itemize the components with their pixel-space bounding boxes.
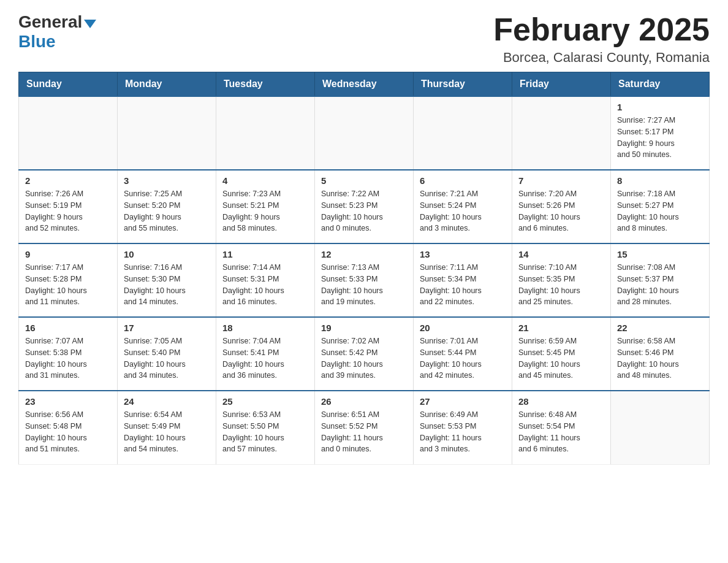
calendar-cell: [315, 96, 414, 170]
day-info: Sunrise: 7:08 AMSunset: 5:37 PMDaylight:…: [617, 262, 703, 308]
calendar-cell: 27Sunrise: 6:49 AMSunset: 5:53 PMDayligh…: [414, 391, 512, 464]
calendar-week-row: 9Sunrise: 7:17 AMSunset: 5:28 PMDaylight…: [19, 243, 710, 317]
calendar-cell: 2Sunrise: 7:26 AMSunset: 5:19 PMDaylight…: [19, 170, 118, 243]
day-info: Sunrise: 7:20 AMSunset: 5:26 PMDaylight:…: [518, 188, 604, 234]
day-number: 5: [321, 175, 407, 186]
calendar-cell: [216, 96, 315, 170]
calendar-week-row: 2Sunrise: 7:26 AMSunset: 5:19 PMDaylight…: [19, 170, 710, 243]
logo-general-text: General: [18, 12, 82, 32]
calendar-header-row: SundayMondayTuesdayWednesdayThursdayFrid…: [19, 72, 710, 97]
calendar-cell: [611, 391, 710, 464]
calendar-cell: 9Sunrise: 7:17 AMSunset: 5:28 PMDaylight…: [19, 243, 118, 317]
day-number: 26: [321, 396, 407, 407]
day-info: Sunrise: 7:23 AMSunset: 5:21 PMDaylight:…: [222, 188, 308, 234]
day-info: Sunrise: 7:27 AMSunset: 5:17 PMDaylight:…: [617, 115, 703, 161]
calendar-cell: 10Sunrise: 7:16 AMSunset: 5:30 PMDayligh…: [118, 243, 216, 317]
calendar-cell: 13Sunrise: 7:11 AMSunset: 5:34 PMDayligh…: [414, 243, 512, 317]
logo-triangle-icon: [84, 20, 96, 28]
calendar-week-row: 23Sunrise: 6:56 AMSunset: 5:48 PMDayligh…: [19, 391, 710, 464]
day-number: 7: [518, 175, 604, 186]
day-number: 3: [124, 175, 210, 186]
day-info: Sunrise: 6:49 AMSunset: 5:53 PMDaylight:…: [420, 409, 506, 455]
day-info: Sunrise: 7:04 AMSunset: 5:41 PMDaylight:…: [222, 335, 308, 381]
day-number: 1: [617, 102, 703, 112]
calendar-cell: 25Sunrise: 6:53 AMSunset: 5:50 PMDayligh…: [216, 391, 315, 464]
day-info: Sunrise: 6:54 AMSunset: 5:49 PMDaylight:…: [124, 409, 210, 455]
day-number: 14: [518, 249, 604, 259]
calendar-title: February 2025: [493, 12, 710, 47]
calendar-cell: 24Sunrise: 6:54 AMSunset: 5:49 PMDayligh…: [118, 391, 216, 464]
day-info: Sunrise: 7:10 AMSunset: 5:35 PMDaylight:…: [518, 262, 604, 308]
calendar-cell: 16Sunrise: 7:07 AMSunset: 5:38 PMDayligh…: [19, 317, 118, 391]
weekday-header-saturday: Saturday: [611, 72, 710, 97]
calendar-cell: 20Sunrise: 7:01 AMSunset: 5:44 PMDayligh…: [414, 317, 512, 391]
calendar-cell: 22Sunrise: 6:58 AMSunset: 5:46 PMDayligh…: [611, 317, 710, 391]
weekday-header-monday: Monday: [118, 72, 216, 97]
day-number: 25: [222, 396, 308, 407]
day-info: Sunrise: 7:07 AMSunset: 5:38 PMDaylight:…: [25, 335, 111, 381]
calendar-cell: 4Sunrise: 7:23 AMSunset: 5:21 PMDaylight…: [216, 170, 315, 243]
weekday-header-friday: Friday: [512, 72, 611, 97]
day-number: 10: [124, 249, 210, 259]
logo: General Blue: [18, 12, 96, 52]
day-info: Sunrise: 7:11 AMSunset: 5:34 PMDaylight:…: [420, 262, 506, 308]
day-number: 28: [518, 396, 604, 407]
calendar-title-block: February 2025 Borcea, Calarasi County, R…: [493, 12, 710, 66]
weekday-header-wednesday: Wednesday: [315, 72, 414, 97]
calendar-cell: 19Sunrise: 7:02 AMSunset: 5:42 PMDayligh…: [315, 317, 414, 391]
day-info: Sunrise: 6:53 AMSunset: 5:50 PMDaylight:…: [222, 409, 308, 455]
calendar-cell: 23Sunrise: 6:56 AMSunset: 5:48 PMDayligh…: [19, 391, 118, 464]
day-number: 9: [25, 249, 111, 259]
day-number: 20: [420, 323, 506, 333]
day-info: Sunrise: 7:21 AMSunset: 5:24 PMDaylight:…: [420, 188, 506, 234]
day-number: 18: [222, 323, 308, 333]
weekday-header-tuesday: Tuesday: [216, 72, 315, 97]
calendar-cell: [19, 96, 118, 170]
day-info: Sunrise: 7:05 AMSunset: 5:40 PMDaylight:…: [124, 335, 210, 381]
day-number: 27: [420, 396, 506, 407]
day-number: 13: [420, 249, 506, 259]
calendar-subtitle: Borcea, Calarasi County, Romania: [493, 50, 710, 66]
day-info: Sunrise: 6:58 AMSunset: 5:46 PMDaylight:…: [617, 335, 703, 381]
day-number: 12: [321, 249, 407, 259]
day-number: 19: [321, 323, 407, 333]
day-info: Sunrise: 7:01 AMSunset: 5:44 PMDaylight:…: [420, 335, 506, 381]
day-number: 2: [25, 175, 111, 186]
day-number: 22: [617, 323, 703, 333]
logo-blue-text: Blue: [18, 32, 56, 51]
day-info: Sunrise: 7:22 AMSunset: 5:23 PMDaylight:…: [321, 188, 407, 234]
day-info: Sunrise: 6:59 AMSunset: 5:45 PMDaylight:…: [518, 335, 604, 381]
day-info: Sunrise: 6:51 AMSunset: 5:52 PMDaylight:…: [321, 409, 407, 455]
calendar-cell: 7Sunrise: 7:20 AMSunset: 5:26 PMDaylight…: [512, 170, 611, 243]
day-number: 24: [124, 396, 210, 407]
day-number: 15: [617, 249, 703, 259]
page-header: General Blue February 2025 Borcea, Calar…: [18, 12, 710, 66]
day-number: 21: [518, 323, 604, 333]
calendar-table: SundayMondayTuesdayWednesdayThursdayFrid…: [18, 72, 710, 465]
calendar-cell: [414, 96, 512, 170]
day-number: 23: [25, 396, 111, 407]
day-info: Sunrise: 6:56 AMSunset: 5:48 PMDaylight:…: [25, 409, 111, 455]
day-number: 4: [222, 175, 308, 186]
day-number: 8: [617, 175, 703, 186]
day-number: 16: [25, 323, 111, 333]
day-number: 6: [420, 175, 506, 186]
calendar-cell: 5Sunrise: 7:22 AMSunset: 5:23 PMDaylight…: [315, 170, 414, 243]
calendar-cell: 21Sunrise: 6:59 AMSunset: 5:45 PMDayligh…: [512, 317, 611, 391]
calendar-cell: 14Sunrise: 7:10 AMSunset: 5:35 PMDayligh…: [512, 243, 611, 317]
calendar-cell: 12Sunrise: 7:13 AMSunset: 5:33 PMDayligh…: [315, 243, 414, 317]
day-info: Sunrise: 7:16 AMSunset: 5:30 PMDaylight:…: [124, 262, 210, 308]
calendar-cell: 18Sunrise: 7:04 AMSunset: 5:41 PMDayligh…: [216, 317, 315, 391]
day-info: Sunrise: 6:48 AMSunset: 5:54 PMDaylight:…: [518, 409, 604, 455]
calendar-cell: [118, 96, 216, 170]
calendar-cell: 15Sunrise: 7:08 AMSunset: 5:37 PMDayligh…: [611, 243, 710, 317]
calendar-cell: 11Sunrise: 7:14 AMSunset: 5:31 PMDayligh…: [216, 243, 315, 317]
calendar-cell: [512, 96, 611, 170]
day-info: Sunrise: 7:14 AMSunset: 5:31 PMDaylight:…: [222, 262, 308, 308]
day-info: Sunrise: 7:25 AMSunset: 5:20 PMDaylight:…: [124, 188, 210, 234]
calendar-cell: 6Sunrise: 7:21 AMSunset: 5:24 PMDaylight…: [414, 170, 512, 243]
day-info: Sunrise: 7:26 AMSunset: 5:19 PMDaylight:…: [25, 188, 111, 234]
day-info: Sunrise: 7:02 AMSunset: 5:42 PMDaylight:…: [321, 335, 407, 381]
calendar-week-row: 1Sunrise: 7:27 AMSunset: 5:17 PMDaylight…: [19, 96, 710, 170]
calendar-cell: 1Sunrise: 7:27 AMSunset: 5:17 PMDaylight…: [611, 96, 710, 170]
